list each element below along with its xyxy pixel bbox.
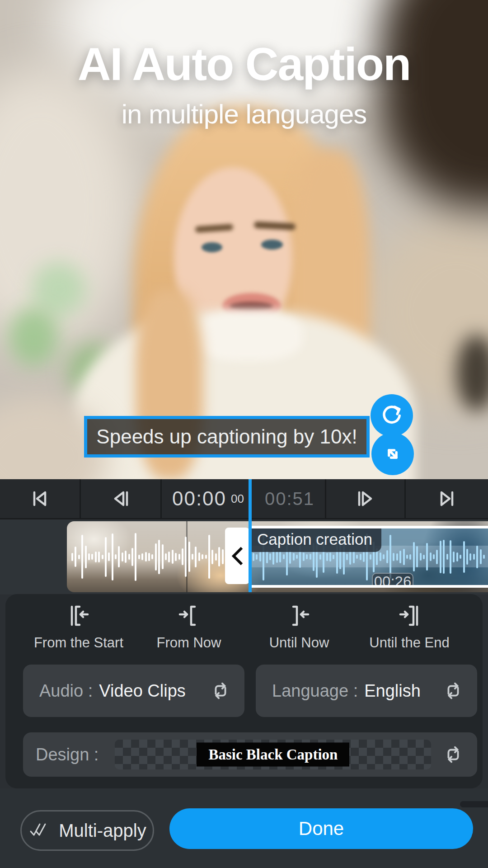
caption-settings-panel: From the Start From Now Until Now xyxy=(5,594,483,788)
swap-icon xyxy=(210,680,231,701)
app-screen: AI Auto Caption in multiple languages Sp… xyxy=(0,0,488,868)
skip-to-start-icon xyxy=(27,486,52,511)
playback-bar: 00:0000 00:51 xyxy=(0,479,488,518)
until-the-end-icon xyxy=(398,605,421,627)
skip-to-end-button[interactable] xyxy=(406,479,488,518)
playhead[interactable] xyxy=(249,479,252,592)
language-selector[interactable]: Language : English xyxy=(256,665,477,717)
from-the-start-icon xyxy=(67,605,90,627)
done-label: Done xyxy=(299,818,344,840)
language-value: English xyxy=(364,681,421,701)
chevron-left-icon xyxy=(228,545,246,567)
play-button[interactable] xyxy=(326,479,406,518)
audio-value: Video Clips xyxy=(99,681,186,701)
video-preview[interactable]: AI Auto Caption in multiple languages Sp… xyxy=(0,0,488,479)
selection-time-badge: 00:26 xyxy=(372,573,413,588)
footer-bar: Multi-apply Done xyxy=(0,788,488,868)
range-label: Until the End xyxy=(369,635,450,651)
hero-subtitle: in multiple languages xyxy=(0,99,488,130)
photo-turtleneck xyxy=(194,311,303,361)
caption-design-selector[interactable]: Design : Basic Black Caption xyxy=(23,732,477,777)
hero-title: AI Auto Caption xyxy=(0,38,488,91)
skip-to-start-button[interactable] xyxy=(0,479,81,518)
photo-eye-left xyxy=(202,242,222,252)
caption-overlay-box[interactable]: Speeds up captioning by 10x! xyxy=(84,416,370,458)
photo-bokeh-green2 xyxy=(9,307,59,366)
caption-clip-label: Caption creation xyxy=(250,528,381,552)
current-time-value: 00:00 xyxy=(172,487,226,509)
photo-eye-right xyxy=(261,240,283,250)
duration-value: 00:51 xyxy=(265,489,314,509)
current-time-frames: 00 xyxy=(231,492,244,505)
language-label: Language : xyxy=(272,681,358,701)
previous-frame-icon xyxy=(108,486,133,511)
until-now-icon xyxy=(287,605,311,627)
range-from-now[interactable]: From Now xyxy=(134,605,244,651)
caption-range-options: From the Start From Now Until Now xyxy=(23,605,465,651)
caption-selection-region[interactable]: Caption creation 00:26 xyxy=(250,526,488,588)
design-style-chip: Basic Black Caption xyxy=(197,743,349,767)
rotate-icon xyxy=(379,402,405,429)
range-label: Until Now xyxy=(269,635,329,651)
multi-apply-button[interactable]: Multi-apply xyxy=(20,810,154,851)
skip-to-end-icon xyxy=(434,486,460,511)
timeline[interactable]: Caption creation 00:26 xyxy=(0,518,488,594)
from-now-icon xyxy=(177,605,201,627)
swap-icon xyxy=(443,744,464,765)
range-until-now[interactable]: Until Now xyxy=(244,605,354,651)
waveform-unselected xyxy=(71,521,232,592)
rotate-handle-button[interactable] xyxy=(371,394,413,437)
resize-handle-button[interactable] xyxy=(371,433,414,475)
design-preview: Basic Black Caption xyxy=(115,740,431,769)
time-display: 00:0000 00:51 xyxy=(162,479,326,518)
caption-overlay-text: Speeds up captioning by 10x! xyxy=(96,425,357,448)
range-until-the-end[interactable]: Until the End xyxy=(354,605,465,651)
double-check-icon xyxy=(28,821,52,840)
multi-apply-label: Multi-apply xyxy=(59,821,146,841)
photo-mouth xyxy=(230,302,273,311)
audio-label: Audio : xyxy=(39,681,93,701)
audio-source-selector[interactable]: Audio : Video Clips xyxy=(23,665,244,717)
scroll-indicator xyxy=(460,801,488,807)
selection-left-trim-handle[interactable] xyxy=(225,528,249,584)
range-label: From the Start xyxy=(34,635,123,651)
current-time: 00:0000 xyxy=(172,487,244,510)
play-icon xyxy=(353,486,378,511)
design-label: Design : xyxy=(36,745,99,764)
done-button[interactable]: Done xyxy=(169,808,473,849)
range-from-the-start[interactable]: From the Start xyxy=(23,605,134,651)
swap-icon xyxy=(443,680,464,701)
resize-icon xyxy=(380,441,406,467)
previous-frame-button[interactable] xyxy=(81,479,162,518)
range-label: From Now xyxy=(157,635,221,651)
